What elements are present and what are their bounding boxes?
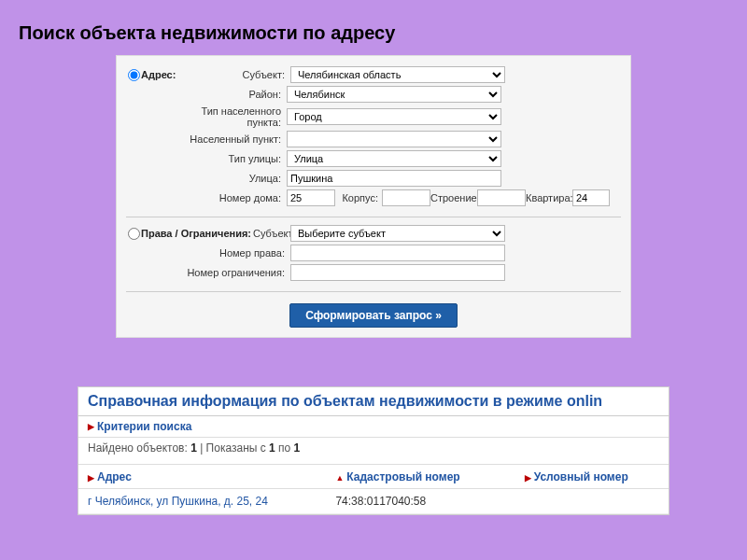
mode-rights-radio[interactable]: [128, 228, 140, 240]
street-type-select[interactable]: Улица: [287, 150, 501, 167]
result-address-link[interactable]: г Челябинск, ул Пушкина, д. 25, 24: [88, 495, 268, 508]
label-restriction-no: Номер ограничения:: [141, 267, 290, 278]
criteria-label: Критерии поиска: [97, 420, 191, 433]
mode-address-radio[interactable]: [128, 69, 140, 81]
label-district: Район:: [178, 89, 287, 100]
label-settlement-type: Тип населенного пункта:: [178, 105, 287, 128]
triangle-right-icon: ▶: [525, 473, 531, 483]
rights-no-input[interactable]: [290, 245, 505, 261]
settlement-select[interactable]: [287, 131, 501, 147]
label-rights-no: Номер права:: [141, 247, 290, 259]
stroenie-input[interactable]: [477, 189, 526, 206]
korpus-input[interactable]: [382, 189, 430, 206]
rights-section: Права / Ограничения: Субъект: Выберите с…: [126, 225, 621, 292]
label-stroenie: Строение:: [430, 192, 477, 203]
rights-section-label: Права / Ограничения:: [141, 228, 253, 239]
rights-subject-select[interactable]: Выберите субъект: [290, 225, 505, 242]
label-street: Улица:: [178, 173, 287, 184]
results-table: ▶Адрес ▲Кадастровый номер ▶Условный номе…: [78, 465, 669, 514]
found-summary: Найдено объектов: 1 | Показаны с 1 по 1: [78, 438, 669, 465]
search-form-panel: Адрес: Субъект: Челябинская область Райо…: [116, 55, 631, 338]
results-heading: Справочная информация по объектам недвиж…: [78, 387, 669, 416]
table-row: г Челябинск, ул Пушкина, д. 25, 24 74:38…: [78, 489, 669, 514]
subject-select[interactable]: Челябинская область: [290, 66, 505, 83]
address-section: Адрес: Субъект: Челябинская область Райо…: [126, 66, 621, 217]
triangle-up-icon: ▲: [335, 473, 344, 483]
page-title: Поиск объекта недвижимости по адресу: [0, 0, 747, 55]
label-house-no: Номер дома:: [178, 192, 287, 203]
result-cadastre: 74:38:0117040:58: [326, 489, 514, 514]
col-address[interactable]: ▶Адрес: [78, 466, 326, 489]
triangle-right-icon: ▶: [88, 422, 94, 431]
apartment-input[interactable]: [572, 189, 610, 206]
label-subject: Субъект:: [182, 69, 290, 80]
label-apartment: Квартира:: [526, 192, 572, 203]
label-street-type: Тип улицы:: [178, 153, 287, 164]
restriction-no-input[interactable]: [290, 264, 505, 281]
criteria-bar[interactable]: ▶ Критерии поиска: [78, 416, 669, 438]
label-settlement: Населенный пункт:: [178, 133, 287, 145]
label-korpus: Корпус:: [335, 192, 382, 203]
house-no-input[interactable]: [287, 189, 335, 206]
result-conditional: [515, 489, 669, 514]
district-select[interactable]: Челябинск: [287, 86, 501, 103]
street-input[interactable]: [287, 170, 501, 187]
results-panel: Справочная информация по объектам недвиж…: [78, 386, 669, 515]
table-header-row: ▶Адрес ▲Кадастровый номер ▶Условный номе…: [78, 466, 669, 489]
col-conditional[interactable]: ▶Условный номер: [515, 466, 669, 489]
triangle-right-icon: ▶: [88, 473, 94, 483]
label-rights-subject: Субъект:: [253, 228, 290, 239]
address-section-label: Адрес:: [141, 69, 178, 80]
settlement-type-select[interactable]: Город: [287, 108, 501, 125]
submit-button[interactable]: Сформировать запрос »: [289, 303, 458, 328]
col-cadastre[interactable]: ▲Кадастровый номер: [326, 466, 514, 489]
